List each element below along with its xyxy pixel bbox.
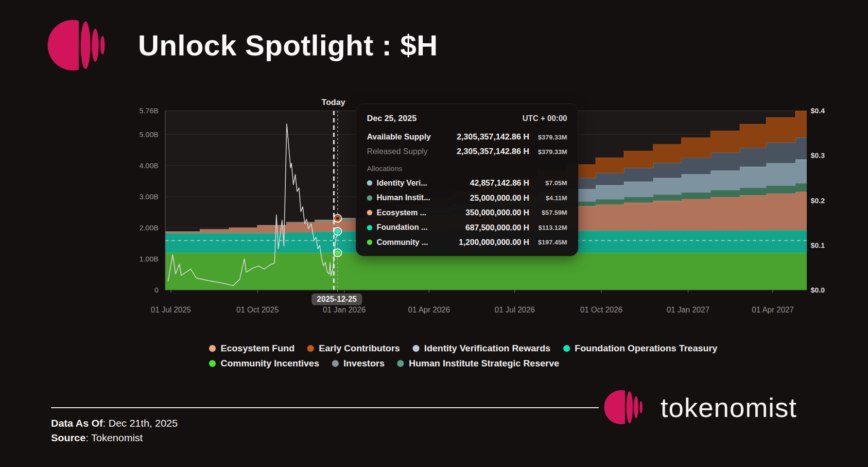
x-tick-label: 01 Oct 2025 xyxy=(236,306,278,314)
x-tick-label: 01 Jul 2026 xyxy=(495,306,535,314)
y-right-tick-label: $0.3 xyxy=(811,151,825,159)
allocation-color-dot xyxy=(367,180,372,186)
footer-divider xyxy=(51,407,599,408)
y-left-tick-label: 5.00B xyxy=(139,130,158,138)
chart-legend: Ecosystem FundEarly ContributorsIdentity… xyxy=(209,343,717,369)
x-tick-label: 01 Jan 2027 xyxy=(667,306,710,314)
tooltip-timezone: UTC + 00:00 xyxy=(522,114,567,123)
legend-color-dot xyxy=(307,345,314,352)
allocations-heading: Allocations xyxy=(367,164,567,173)
stacked-area-community-incentives xyxy=(165,253,807,290)
legend-color-dot xyxy=(209,345,216,352)
brand-footer: tokenomist xyxy=(604,388,797,427)
available-supply-row: Available Supply 2,305,357,142.86 H $379… xyxy=(367,132,567,142)
legend-label: Identity Verification Rewards xyxy=(424,343,551,354)
tokenomist-logo-icon xyxy=(604,388,644,427)
allocation-label: Human Instit... xyxy=(377,193,470,202)
allocation-color-dot xyxy=(367,210,372,215)
y-right-tick-label: $0.2 xyxy=(811,196,825,205)
marker-dot xyxy=(335,216,340,221)
tooltip-date: Dec 25, 2025 xyxy=(367,114,417,123)
allocation-row: Human Instit...25,000,000.00 H$4.11M xyxy=(367,193,567,203)
marker-dot xyxy=(335,250,340,256)
y-left-tick-label: 1.00B xyxy=(139,255,158,263)
allocation-usd: $197.45M xyxy=(529,239,567,246)
allocation-row: Identity Veri...42,857,142.86 H$7.05M xyxy=(367,178,567,188)
available-supply-label: Available Supply xyxy=(367,132,457,141)
legend-label: Ecosystem Fund xyxy=(221,343,295,354)
x-tick-label: 01 Jul 2025 xyxy=(151,306,191,314)
y-right-tick-label: $0.0 xyxy=(811,286,825,294)
legend-label: Investors xyxy=(344,358,384,369)
allocation-color-dot xyxy=(367,225,372,230)
legend-row: Community IncentivesInvestorsHuman Insti… xyxy=(209,358,717,369)
legend-item[interactable]: Investors xyxy=(332,358,384,369)
today-label: Today xyxy=(322,98,346,107)
allocation-usd: $57.59M xyxy=(529,209,567,216)
allocation-usd: $113.12M xyxy=(529,224,567,231)
legend-color-dot xyxy=(413,345,419,352)
brand-name: tokenomist xyxy=(660,392,797,423)
allocation-row: Community ...1,200,000,000.00 H$197.45M xyxy=(367,238,567,247)
allocation-color-dot xyxy=(367,195,372,201)
allocation-label: Ecosystem ... xyxy=(377,208,466,217)
y-left-tick-label: 4.00B xyxy=(139,161,158,170)
legend-item[interactable]: Early Contributors xyxy=(307,343,400,354)
allocation-row: Foundation ...687,500,000.00 H$113.12M xyxy=(367,223,567,232)
y-right-tick-label: $0.1 xyxy=(811,241,825,249)
y-left-tick-label: 0 xyxy=(155,286,158,294)
footer-meta: Data As Of: Dec 21th, 2025 Source: Token… xyxy=(51,416,178,445)
y-left-tick-label: 3.00B xyxy=(139,192,158,201)
legend-label: Early Contributors xyxy=(319,343,400,354)
legend-label: Foundation Operations Treasury xyxy=(575,343,718,354)
legend-item[interactable]: Human Institute Strategic Reserve xyxy=(397,358,559,369)
legend-color-dot xyxy=(397,360,404,367)
released-supply-amount: 2,305,357,142.86 H xyxy=(457,147,529,156)
y-left-tick-label: 2.00B xyxy=(139,224,158,232)
legend-item[interactable]: Community Incentives xyxy=(209,358,319,369)
allocation-usd: $7.05M xyxy=(529,179,567,187)
x-tick-label: 01 Apr 2027 xyxy=(752,306,794,314)
legend-item[interactable]: Identity Verification Rewards xyxy=(413,343,551,354)
x-tick-label: 01 Oct 2026 xyxy=(580,306,623,314)
legend-label: Community Incentives xyxy=(221,358,319,369)
available-supply-amount: 2,305,357,142.86 H xyxy=(457,132,529,142)
allocation-usd: $4.11M xyxy=(529,194,567,202)
released-supply-row: Released Supply 2,305,357,142.86 H $379.… xyxy=(367,147,567,156)
allocation-amount: 350,000,000.00 H xyxy=(466,208,529,217)
allocation-amount: 1,200,000,000.00 H xyxy=(459,238,529,247)
source: Source: Tokenomist xyxy=(51,431,178,445)
allocation-row: Ecosystem ...350,000,000.00 H$57.59M xyxy=(367,208,567,217)
legend-label: Human Institute Strategic Reserve xyxy=(409,358,559,369)
released-supply-label: Released Supply xyxy=(367,147,457,156)
legend-color-dot xyxy=(332,360,339,367)
crosshair-date-badge: 2025-12-25 xyxy=(312,294,362,305)
allocation-label: Community ... xyxy=(377,238,459,247)
allocation-label: Foundation ... xyxy=(377,223,466,232)
legend-color-dot xyxy=(209,360,216,367)
available-supply-usd: $379.33M xyxy=(529,134,567,141)
legend-color-dot xyxy=(563,345,570,352)
allocation-label: Identity Veri... xyxy=(377,179,470,188)
data-as-of: Data As Of: Dec 21th, 2025 xyxy=(51,416,178,431)
allocation-amount: 25,000,000.00 H xyxy=(470,193,529,203)
legend-item[interactable]: Foundation Operations Treasury xyxy=(563,343,718,354)
allocation-amount: 42,857,142.86 H xyxy=(470,178,529,188)
chart-tooltip: Dec 25, 2025 UTC + 00:00 Available Suppl… xyxy=(356,104,578,256)
allocations-list: Identity Veri...42,857,142.86 H$7.05MHum… xyxy=(367,178,567,247)
x-tick-label: 01 Apr 2026 xyxy=(408,306,450,314)
allocation-amount: 687,500,000.00 H xyxy=(466,223,529,232)
x-tick-label: 01 Jan 2026 xyxy=(323,306,365,314)
y-right-tick-label: $0.4 xyxy=(811,106,825,115)
legend-row: Ecosystem FundEarly ContributorsIdentity… xyxy=(209,343,717,354)
y-left-tick-label: 5.76B xyxy=(139,106,158,115)
legend-item[interactable]: Ecosystem Fund xyxy=(209,343,295,354)
allocation-color-dot xyxy=(367,240,372,245)
released-supply-usd: $379.33M xyxy=(529,148,567,156)
marker-dot xyxy=(335,229,340,234)
